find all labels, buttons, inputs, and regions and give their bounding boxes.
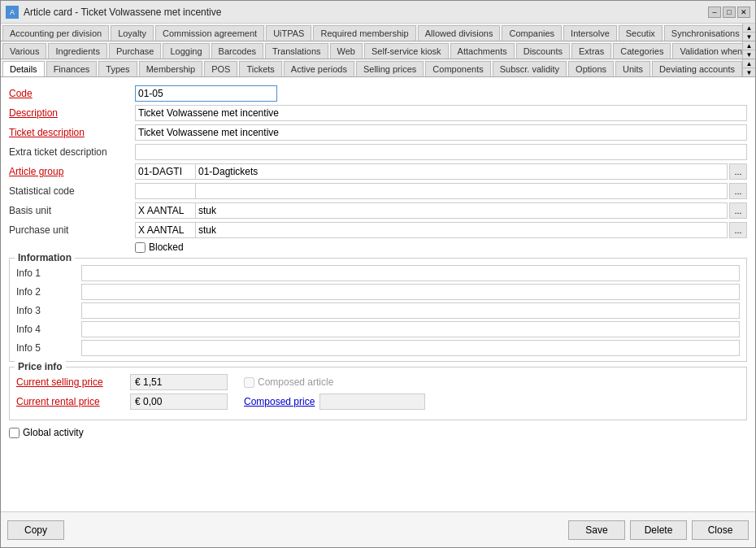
tab-extras[interactable]: Extras <box>571 43 611 59</box>
maximize-button[interactable]: □ <box>723 7 736 18</box>
copy-button[interactable]: Copy <box>7 520 64 540</box>
info2-row: Info 2 <box>16 284 740 300</box>
tab-types[interactable]: Types <box>98 61 137 76</box>
tab-discounts[interactable]: Discounts <box>516 43 570 59</box>
tab-units[interactable]: Units <box>615 61 650 76</box>
article-group-name-input[interactable] <box>196 163 728 180</box>
description-label[interactable]: Description <box>9 107 135 119</box>
tab-scroll-down-1[interactable]: ▼ <box>743 33 755 41</box>
tab-translations[interactable]: Translations <box>265 43 328 59</box>
tab-accounting-per-division[interactable]: Accounting per division <box>2 25 109 41</box>
footer-right: Save Delete Close <box>568 520 749 540</box>
info4-input[interactable] <box>81 321 740 337</box>
info5-label: Info 5 <box>16 342 81 354</box>
rental-price-row: Current rental price Composed price <box>16 394 740 410</box>
tab-scroll-down-2[interactable]: ▼ <box>743 50 755 59</box>
tab-barcodes[interactable]: Barcodes <box>211 43 263 59</box>
purchase-unit-row: Purchase unit ... <box>9 222 747 238</box>
tab-active-periods[interactable]: Active periods <box>284 61 354 76</box>
info5-input[interactable] <box>81 340 740 356</box>
price-info-title: Price info <box>15 361 66 372</box>
blocked-checkbox[interactable] <box>135 242 146 253</box>
tab-details[interactable]: Details <box>2 61 45 76</box>
tab-categories[interactable]: Categories <box>613 43 671 59</box>
main-window: A Article card - Ticket Volwassene met i… <box>0 0 756 548</box>
titlebar-buttons: – □ ✕ <box>708 7 750 18</box>
info3-label: Info 3 <box>16 305 81 316</box>
article-group-browse-button[interactable]: ... <box>729 163 747 180</box>
extra-ticket-input[interactable] <box>135 144 747 160</box>
info1-input[interactable] <box>81 265 740 281</box>
composed-price-link[interactable]: Composed price <box>244 396 315 407</box>
save-button[interactable]: Save <box>568 520 625 540</box>
tab-companies[interactable]: Companies <box>502 25 562 41</box>
close-button[interactable]: Close <box>692 520 749 540</box>
composed-article-checkbox[interactable] <box>244 377 254 388</box>
purchase-unit-name-input[interactable] <box>196 222 728 238</box>
tab-subscr-validity[interactable]: Subscr. validity <box>493 61 567 76</box>
tab-scroll-down-3[interactable]: ▼ <box>743 68 755 76</box>
tab-intersolve[interactable]: Intersolve <box>563 25 617 41</box>
purchase-unit-input-group: ... <box>135 222 747 238</box>
tab-allowed-divisions[interactable]: Allowed divisions <box>418 25 501 41</box>
tab-finances[interactable]: Finances <box>46 61 98 76</box>
close-window-button[interactable]: ✕ <box>737 7 750 18</box>
statistical-code-input[interactable] <box>135 183 196 199</box>
ticket-description-input[interactable] <box>135 124 747 141</box>
tab-membership[interactable]: Membership <box>139 61 203 76</box>
tab-synchronisations[interactable]: Synchronisations <box>664 25 742 41</box>
article-group-input-group: ... <box>135 163 747 180</box>
main-content: Code Description Ticket description Extr… <box>1 77 755 511</box>
info3-input[interactable] <box>81 302 740 319</box>
code-label[interactable]: Code <box>9 88 135 99</box>
tab-validation-when-sold[interactable]: Validation when sold <box>672 43 742 59</box>
tab-ingredients[interactable]: Ingredients <box>48 43 106 59</box>
tab-uitpas[interactable]: UiTPAS <box>266 25 311 41</box>
article-group-code-input[interactable] <box>135 163 196 180</box>
info3-row: Info 3 <box>16 302 740 319</box>
tab-required-membership[interactable]: Required membership <box>313 25 415 41</box>
purchase-unit-code-input[interactable] <box>135 222 196 238</box>
tab-attachments[interactable]: Attachments <box>450 43 515 59</box>
composed-price-input[interactable] <box>319 394 425 410</box>
description-input[interactable] <box>135 105 747 121</box>
tab-scroll-up-2[interactable]: ▲ <box>743 41 755 50</box>
tab-loyalty[interactable]: Loyalty <box>111 25 154 41</box>
tab-scroll-up-3[interactable]: ▲ <box>743 59 755 68</box>
info2-label: Info 2 <box>16 286 81 298</box>
rental-price-label[interactable]: Current rental price <box>16 396 130 407</box>
tab-selling-prices[interactable]: Selling prices <box>356 61 424 76</box>
extra-ticket-row: Extra ticket description <box>9 144 747 160</box>
tab-pos[interactable]: POS <box>204 61 237 76</box>
tab-components[interactable]: Components <box>425 61 490 76</box>
tab-scroll-up-1[interactable]: ▲ <box>743 24 755 33</box>
tab-self-service-kiosk[interactable]: Self-service kiosk <box>364 43 449 59</box>
information-title: Information <box>15 252 75 263</box>
tab-purchase[interactable]: Purchase <box>109 43 161 59</box>
tab-tickets[interactable]: Tickets <box>239 61 281 76</box>
code-input[interactable] <box>135 85 277 102</box>
minimize-button[interactable]: – <box>708 7 721 18</box>
global-activity-checkbox[interactable] <box>9 428 20 438</box>
selling-price-label[interactable]: Current selling price <box>16 376 130 388</box>
basis-unit-name-input[interactable] <box>196 202 728 219</box>
blocked-label: Blocked <box>149 241 184 253</box>
info2-input[interactable] <box>81 284 740 300</box>
tab-deviating-accounts[interactable]: Deviating accounts <box>652 61 742 76</box>
purchase-unit-browse-button[interactable]: ... <box>729 222 747 238</box>
basis-unit-browse-button[interactable]: ... <box>729 202 747 219</box>
tab-logging[interactable]: Logging <box>163 43 209 59</box>
basis-unit-code-input[interactable] <box>135 202 196 219</box>
code-row: Code <box>9 85 747 102</box>
ticket-description-label[interactable]: Ticket description <box>9 127 135 138</box>
tab-commission-agreement[interactable]: Commission agreement <box>155 25 264 41</box>
tab-various[interactable]: Various <box>2 43 46 59</box>
tab-secutix[interactable]: Secutix <box>619 25 663 41</box>
statistical-code-name-input[interactable] <box>196 183 728 199</box>
article-group-label[interactable]: Article group <box>9 166 135 177</box>
statistical-code-row: Statistical code ... <box>9 183 747 199</box>
tab-options[interactable]: Options <box>568 61 614 76</box>
tab-web[interactable]: Web <box>330 43 363 59</box>
delete-button[interactable]: Delete <box>630 520 687 540</box>
statistical-code-browse-button[interactable]: ... <box>729 183 747 199</box>
